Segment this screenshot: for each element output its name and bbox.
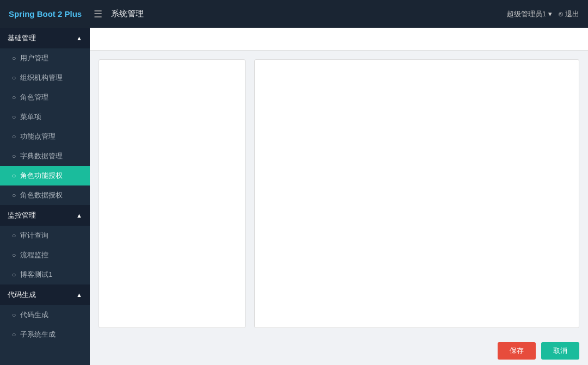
footer: 保存 取消 xyxy=(90,337,588,365)
sidebar-item-menu-item[interactable]: ○菜单项 xyxy=(0,107,90,127)
sidebar-item-label: 代码生成 xyxy=(20,310,48,320)
main-layout: 基础管理▲○用户管理○组织机构管理○角色管理○菜单项○功能点管理○字典数据管理○… xyxy=(0,28,588,365)
page-icon: ○ xyxy=(12,232,16,239)
sidebar-item-code-gen[interactable]: ○代码生成 xyxy=(0,305,90,325)
page-icon: ○ xyxy=(12,172,16,180)
sidebar-group-监控管理[interactable]: 监控管理▲ xyxy=(0,205,90,226)
sidebar-item-label: 流程监控 xyxy=(20,250,48,260)
sidebar-item-user-mgmt[interactable]: ○用户管理 xyxy=(0,48,90,68)
sidebar-item-label: 角色数据授权 xyxy=(20,190,63,200)
role-list-panel xyxy=(99,59,246,328)
tab-bar xyxy=(90,28,588,51)
user-menu[interactable]: 超级管理员1 ▾ xyxy=(507,9,552,19)
sidebar-item-blog-test1[interactable]: ○博客测试1 xyxy=(0,265,90,284)
sidebar-item-role-func-auth[interactable]: ○角色功能授权 xyxy=(0,166,90,185)
sidebar-item-dict-mgmt[interactable]: ○字典数据管理 xyxy=(0,146,90,166)
sidebar-item-flow-monitor[interactable]: ○流程监控 xyxy=(0,245,90,265)
page-title: 系统管理 xyxy=(111,9,144,19)
menu-toggle-button[interactable]: ☰ xyxy=(94,8,102,20)
sidebar-item-audit-query[interactable]: ○审计查询 xyxy=(0,226,90,245)
chevron-icon: ▲ xyxy=(76,35,82,41)
chevron-down-icon: ▾ xyxy=(548,10,552,18)
sidebar-item-label: 角色功能授权 xyxy=(20,171,63,181)
sidebar-item-func-mgmt[interactable]: ○功能点管理 xyxy=(0,127,90,146)
sidebar-item-label: 字典数据管理 xyxy=(20,151,63,161)
sidebar-item-role-data-auth[interactable]: ○角色数据授权 xyxy=(0,185,90,205)
sidebar-group-基础管理[interactable]: 基础管理▲ xyxy=(0,28,90,48)
sidebar-item-label: 子系统生成 xyxy=(20,330,56,339)
content-area: 保存 取消 xyxy=(90,28,588,365)
sidebar-item-role-mgmt[interactable]: ○角色管理 xyxy=(0,88,90,107)
sidebar-item-label: 功能点管理 xyxy=(20,132,56,141)
page-icon: ○ xyxy=(12,251,16,259)
page-icon: ○ xyxy=(12,311,16,319)
cancel-button[interactable]: 取消 xyxy=(541,342,579,360)
sidebar-item-label: 组织机构管理 xyxy=(20,73,63,83)
sidebar-item-subsys-gen[interactable]: ○子系统生成 xyxy=(0,325,90,344)
sidebar-item-label: 角色管理 xyxy=(20,92,48,102)
page-icon: ○ xyxy=(12,191,16,199)
page-icon: ○ xyxy=(12,152,16,160)
header-right: 超级管理员1 ▾ ⎋ 退出 xyxy=(507,9,579,19)
save-button[interactable]: 保存 xyxy=(498,342,536,360)
permission-tree-panel xyxy=(254,59,579,328)
sidebar-item-label: 用户管理 xyxy=(20,53,48,63)
page-icon: ○ xyxy=(12,54,16,62)
page-icon: ○ xyxy=(12,113,16,121)
username-label: 超级管理员1 xyxy=(507,9,546,19)
page-icon: ○ xyxy=(12,74,16,82)
page-icon: ○ xyxy=(12,133,16,140)
page-icon: ○ xyxy=(12,331,16,338)
header: Spring Boot 2 Plus ☰ 系统管理 超级管理员1 ▾ ⎋ 退出 xyxy=(0,0,588,28)
sidebar: 基础管理▲○用户管理○组织机构管理○角色管理○菜单项○功能点管理○字典数据管理○… xyxy=(0,28,90,365)
sidebar-item-org-mgmt[interactable]: ○组织机构管理 xyxy=(0,68,90,88)
sidebar-item-label: 菜单项 xyxy=(20,112,41,122)
page-icon: ○ xyxy=(12,94,16,101)
app-logo: Spring Boot 2 Plus xyxy=(9,9,85,18)
logout-button[interactable]: ⎋ 退出 xyxy=(559,9,579,19)
page-icon: ○ xyxy=(12,271,16,279)
sidebar-item-label: 审计查询 xyxy=(20,231,48,240)
chevron-icon: ▲ xyxy=(76,212,82,219)
sidebar-item-label: 博客测试1 xyxy=(20,270,52,280)
logout-icon: ⎋ xyxy=(559,10,563,18)
sidebar-group-代码生成[interactable]: 代码生成▲ xyxy=(0,284,90,305)
main-panels xyxy=(90,51,588,337)
chevron-icon: ▲ xyxy=(76,292,82,298)
